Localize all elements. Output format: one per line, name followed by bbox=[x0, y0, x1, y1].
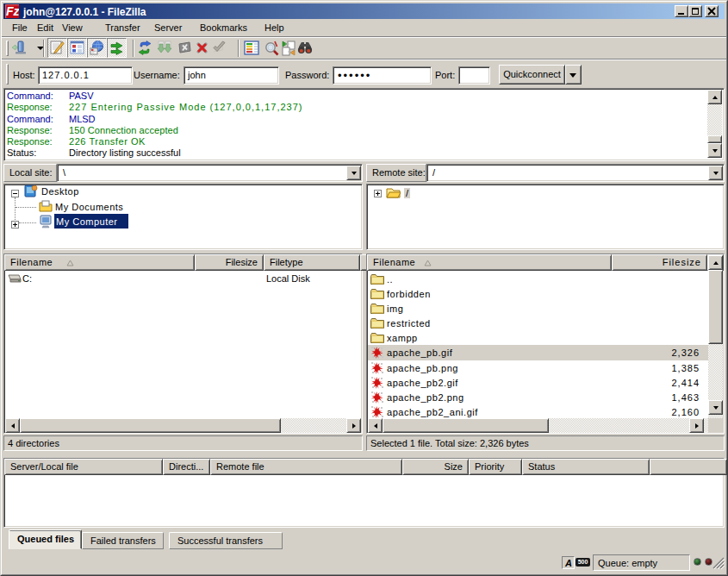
svg-text:Fz: Fz bbox=[6, 4, 19, 18]
